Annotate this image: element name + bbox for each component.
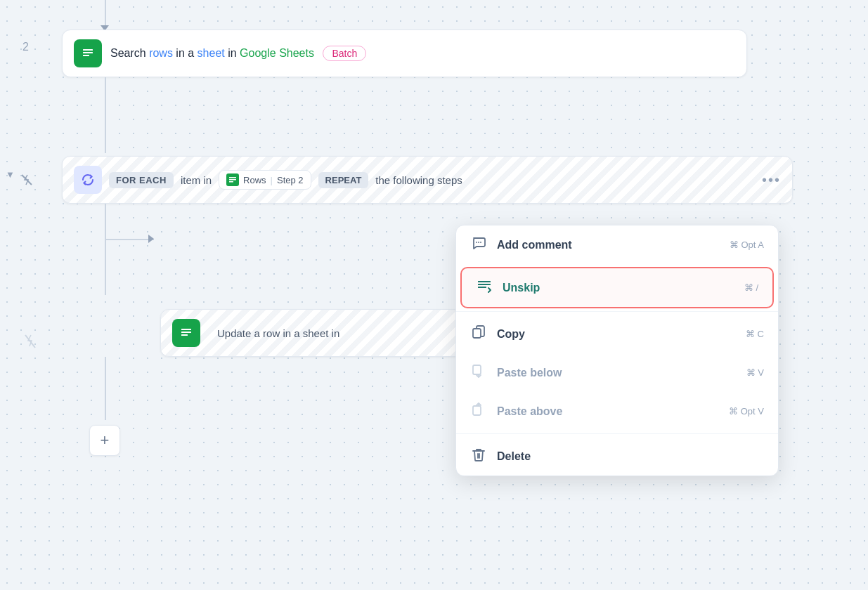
svg-point-14 — [478, 242, 479, 243]
svg-rect-16 — [478, 281, 491, 282]
paste-above-icon — [470, 402, 487, 421]
svg-rect-11 — [181, 332, 191, 333]
paste-above-menu-item[interactable]: Paste above ⌘ Opt V — [456, 392, 778, 431]
svg-point-15 — [480, 242, 481, 243]
trash-icon — [470, 447, 487, 466]
svg-rect-12 — [181, 334, 188, 336]
copy-menu-item[interactable]: Copy ⌘ C — [456, 315, 778, 353]
skip-icon — [24, 334, 37, 352]
svg-rect-19 — [473, 329, 481, 338]
svg-rect-21 — [473, 406, 481, 415]
rows-label: Rows — [243, 175, 266, 185]
item-in-text: item in — [181, 174, 212, 186]
delete-label: Delete — [497, 450, 531, 463]
unskip-menu-item[interactable]: Unskip ⌘ / — [460, 267, 774, 308]
step-2-text: Search rows in a sheet in Google Sheets … — [110, 46, 366, 61]
copy-label: Copy — [497, 328, 525, 341]
delete-menu-item[interactable]: Delete — [456, 437, 778, 476]
step-2-card[interactable]: Search rows in a sheet in Google Sheets … — [62, 29, 747, 77]
svg-rect-10 — [181, 329, 191, 330]
context-menu: Add comment ⌘ Opt A Unskip ⌘ / — [455, 225, 779, 476]
update-sheets-icon — [172, 319, 200, 347]
paste-below-menu-item[interactable]: Paste below ⌘ V — [456, 353, 778, 392]
unskip-label: Unskip — [503, 282, 540, 294]
svg-rect-7 — [229, 181, 233, 183]
add-step-button[interactable]: + — [89, 425, 120, 456]
svg-rect-20 — [473, 365, 481, 374]
step-number-2: 2 — [22, 41, 29, 53]
following-steps-text: the following steps — [375, 174, 462, 186]
foreach-icon — [74, 166, 102, 194]
svg-point-13 — [476, 242, 477, 243]
svg-rect-17 — [478, 284, 491, 285]
rows-icon — [226, 173, 239, 186]
add-comment-label: Add comment — [497, 239, 572, 251]
paste-below-icon — [470, 363, 487, 382]
svg-rect-6 — [229, 179, 236, 181]
add-comment-shortcut: ⌘ Opt A — [730, 240, 764, 250]
rows-step-badge[interactable]: Rows | Step 2 — [219, 170, 311, 190]
update-card-text: Update a row in a sheet in — [217, 327, 339, 339]
paste-below-label: Paste below — [497, 367, 562, 379]
step-2-ref: Step 2 — [277, 175, 304, 185]
unskip-icon — [476, 278, 493, 297]
repeat-badge: REPEAT — [318, 172, 369, 188]
add-icon: + — [101, 431, 110, 450]
foreach-card[interactable]: FOR EACH item in Rows | Step 2 REPEAT th… — [62, 156, 793, 204]
batch-badge: Batch — [323, 46, 366, 61]
unskip-shortcut: ⌘ / — [744, 282, 758, 293]
svg-rect-18 — [478, 287, 486, 288]
copy-shortcut: ⌘ C — [746, 329, 764, 339]
svg-rect-1 — [83, 49, 93, 51]
add-comment-menu-item[interactable]: Add comment ⌘ Opt A — [456, 225, 778, 264]
paste-above-shortcut: ⌘ Opt V — [729, 406, 764, 417]
svg-rect-2 — [83, 52, 93, 53]
svg-rect-5 — [229, 177, 236, 178]
three-dots-button[interactable]: ••• — [762, 172, 781, 188]
svg-rect-3 — [83, 55, 89, 56]
paste-below-shortcut: ⌘ V — [746, 367, 764, 378]
comment-icon — [470, 235, 487, 254]
google-sheets-icon — [74, 39, 102, 67]
paste-above-label: Paste above — [497, 405, 562, 418]
copy-icon — [470, 324, 487, 343]
for-each-badge: FOR EACH — [109, 172, 174, 188]
